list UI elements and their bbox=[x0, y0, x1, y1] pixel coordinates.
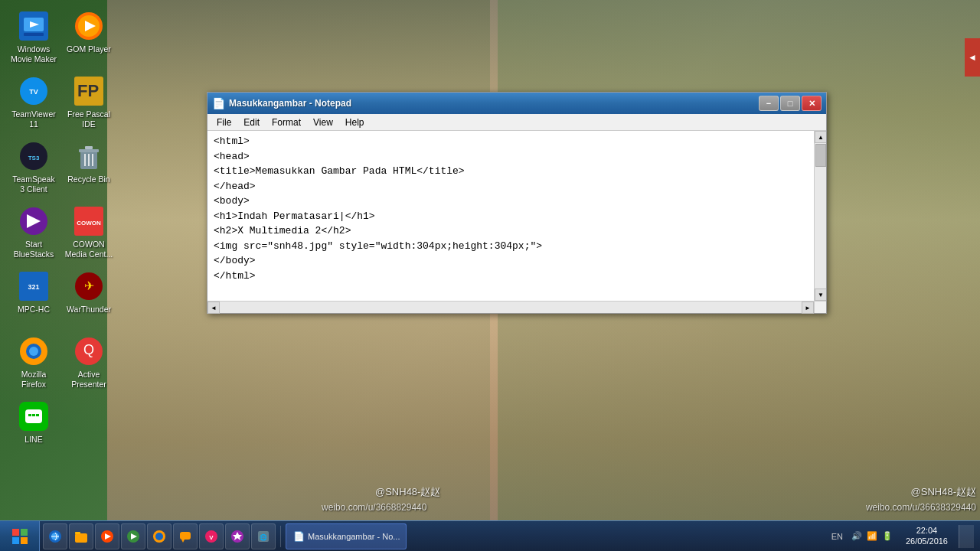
mpc-hc-icon: 321 bbox=[18, 271, 49, 302]
cowon-label: COWON Media Cent... bbox=[64, 240, 113, 259]
icon-mpc-hc[interactable]: 321 MPC-HC bbox=[6, 266, 61, 331]
taskbar-media-icon[interactable] bbox=[121, 523, 145, 549]
taskbar-notepad-app[interactable]: 📄 Masukkangambar - No... bbox=[286, 523, 407, 549]
windows-movie-maker-label: Windows Movie Maker bbox=[9, 44, 58, 64]
svg-rect-44 bbox=[75, 533, 87, 543]
svg-rect-15 bbox=[85, 146, 93, 149]
notepad-menu-file[interactable]: File bbox=[211, 116, 237, 129]
icon-active-presenter[interactable]: Q Active Presenter bbox=[61, 331, 116, 396]
mpc-hc-label: MPC-HC bbox=[18, 305, 50, 315]
scrollbar-up-arrow[interactable]: ▲ bbox=[815, 131, 826, 143]
icon-warthunder[interactable]: ✈ WarThunder bbox=[61, 266, 116, 331]
notepad-titlebar[interactable]: 📄 Masukkangambar - Notepad − □ ✕ bbox=[207, 93, 826, 114]
teamspeak3-label: TeamSpeak 3 Client bbox=[9, 174, 58, 194]
svg-text:🌐: 🌐 bbox=[260, 533, 267, 541]
svg-rect-38 bbox=[21, 529, 28, 536]
notepad-bottom-bar: ◄ ► bbox=[207, 301, 826, 313]
notepad-menu-format[interactable]: Format bbox=[266, 116, 307, 129]
svg-rect-14 bbox=[79, 149, 99, 152]
icon-recycle-bin[interactable]: Recycle Bin bbox=[61, 136, 116, 201]
taskbar-folder-icon[interactable] bbox=[69, 523, 93, 549]
taskbar-clock[interactable]: 22:04 26/05/2016 bbox=[901, 524, 952, 547]
svg-text:Q: Q bbox=[83, 342, 94, 357]
tray-battery-icon[interactable]: 🔋 bbox=[881, 530, 893, 543]
scrollbar-down-arrow[interactable]: ▼ bbox=[815, 289, 826, 301]
svg-rect-35 bbox=[32, 414, 35, 416]
recycle-bin-label: Recycle Bin bbox=[67, 174, 109, 184]
svg-rect-39 bbox=[12, 537, 19, 544]
taskbar-chat-icon[interactable] bbox=[173, 523, 198, 549]
notepad-title-icon: 📄 bbox=[212, 97, 224, 109]
tray-lang: EN bbox=[831, 532, 843, 541]
notepad-minimize-button[interactable]: − bbox=[759, 96, 779, 111]
side-arrow[interactable]: ◄ bbox=[965, 38, 980, 77]
line-label: LINE bbox=[24, 435, 42, 445]
icon-cowon[interactable]: COWON COWON Media Cent... bbox=[61, 201, 116, 266]
notepad-maximize-button[interactable]: □ bbox=[780, 96, 800, 111]
svg-rect-45 bbox=[75, 532, 80, 534]
svg-rect-36 bbox=[36, 414, 39, 416]
notepad-scrollbar-horizontal[interactable]: ◄ ► bbox=[207, 301, 814, 313]
svg-marker-53 bbox=[181, 540, 185, 543]
bluestacks-label: Start BlueStacks bbox=[9, 240, 58, 259]
taskbar-star-icon[interactable] bbox=[225, 523, 250, 549]
clock-date: 26/05/2016 bbox=[906, 536, 948, 546]
svg-text:V: V bbox=[209, 534, 214, 541]
svg-rect-37 bbox=[12, 529, 19, 536]
taskbar-ie-icon[interactable] bbox=[43, 523, 67, 549]
icon-windows-movie-maker[interactable]: Windows Movie Maker bbox=[6, 6, 61, 71]
icon-mozilla[interactable]: Mozilla Firefox bbox=[6, 331, 61, 396]
watermark-right-handle: @SNH48-赵赵 bbox=[911, 485, 976, 499]
icon-teamviewer[interactable]: TV TeamViewer 11 bbox=[6, 71, 61, 136]
watermark-left-handle: @SNH48-赵赵 bbox=[375, 485, 440, 499]
notepad-content-area: <html> <head> <title>Memasukkan Gambar P… bbox=[207, 131, 826, 301]
taskbar-firefox-icon[interactable] bbox=[147, 523, 172, 549]
icon-teamspeak3[interactable]: TS3 TeamSpeak 3 Client bbox=[6, 136, 61, 201]
scrollbar-h-track[interactable] bbox=[220, 302, 802, 313]
taskbar-winamp-icon[interactable] bbox=[95, 523, 119, 549]
tray-network-icon[interactable]: 📶 bbox=[866, 530, 878, 543]
windows-movie-maker-icon bbox=[18, 11, 49, 41]
taskbar-vpn-icon[interactable]: V bbox=[199, 523, 224, 549]
icon-line[interactable]: LINE bbox=[6, 396, 61, 461]
notepad-menu-view[interactable]: View bbox=[307, 116, 339, 129]
notepad-scrollbar-vertical[interactable]: ▲ ▼ bbox=[814, 131, 826, 301]
cowon-icon: COWON bbox=[74, 206, 104, 236]
clock-time: 22:04 bbox=[916, 526, 938, 536]
start-button[interactable] bbox=[0, 521, 40, 552]
taskbar-apps: V 🌐 📄 Masukkangambar - No... bbox=[40, 523, 825, 549]
teamviewer-icon: TV bbox=[18, 76, 49, 106]
warthunder-icon: ✈ bbox=[74, 271, 104, 302]
notepad-menu-edit[interactable]: Edit bbox=[237, 116, 266, 129]
scrollbar-left-arrow[interactable]: ◄ bbox=[207, 302, 220, 314]
free-pascal-label: Free Pascal IDE bbox=[64, 109, 113, 129]
notepad-close-button[interactable]: ✕ bbox=[802, 96, 822, 111]
svg-point-51 bbox=[155, 533, 163, 540]
scrollbar-track[interactable] bbox=[815, 143, 826, 289]
icon-bluestacks[interactable]: Start BlueStacks bbox=[6, 201, 61, 266]
svg-rect-3 bbox=[24, 33, 44, 36]
scrollbar-right-arrow[interactable]: ► bbox=[802, 302, 814, 314]
scrollbar-thumb[interactable] bbox=[815, 144, 826, 167]
teamspeak3-icon: TS3 bbox=[18, 141, 49, 171]
svg-text:✈: ✈ bbox=[84, 279, 94, 292]
notepad-editor[interactable]: <html> <head> <title>Memasukkan Gambar P… bbox=[207, 131, 814, 301]
watermark-left-url: weibo.com/u/3668829440 bbox=[322, 502, 426, 513]
icon-gom-player[interactable]: GOM Player bbox=[61, 6, 116, 71]
svg-text:FP: FP bbox=[77, 81, 99, 100]
taskbar-tray: EN 🔊 📶 🔋 22:04 26/05/2016 bbox=[825, 524, 980, 547]
mozilla-icon bbox=[18, 336, 49, 367]
notepad-menu-help[interactable]: Help bbox=[339, 116, 371, 129]
mozilla-label: Mozilla Firefox bbox=[9, 370, 58, 389]
icon-free-pascal[interactable]: FP Free Pascal IDE bbox=[61, 71, 116, 136]
show-desktop-button[interactable] bbox=[959, 525, 974, 548]
notepad-controls: − □ ✕ bbox=[759, 96, 822, 111]
desktop-icon-grid: Windows Movie Maker GOM Player TV TeamVi… bbox=[6, 6, 116, 461]
active-presenter-icon: Q bbox=[74, 336, 104, 367]
notepad-window: 📄 Masukkangambar - Notepad − □ ✕ File Ed… bbox=[207, 92, 827, 314]
free-pascal-icon: FP bbox=[74, 76, 104, 106]
svg-rect-52 bbox=[180, 532, 191, 540]
tray-sound-icon[interactable]: 🔊 bbox=[851, 530, 863, 543]
teamviewer-label: TeamViewer 11 bbox=[9, 109, 58, 129]
taskbar-network-icon[interactable]: 🌐 bbox=[251, 523, 276, 549]
